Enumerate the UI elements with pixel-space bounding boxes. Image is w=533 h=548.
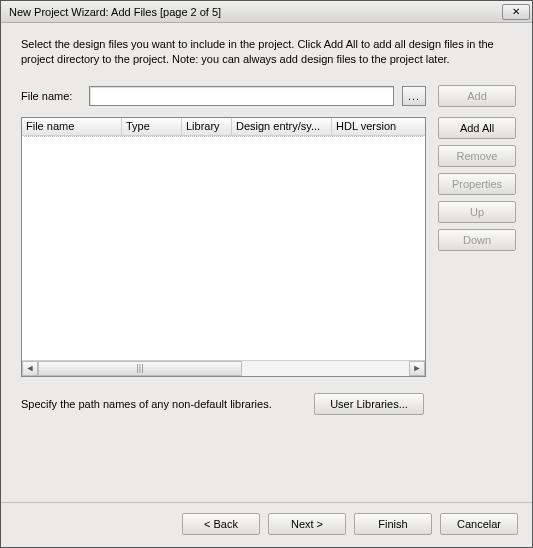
properties-button[interactable]: Properties bbox=[438, 173, 516, 195]
filename-input[interactable] bbox=[89, 86, 394, 106]
content-area: Select the design files you want to incl… bbox=[1, 23, 532, 502]
table-header: File name Type Library Design entry/sy..… bbox=[22, 118, 425, 136]
titlebar: New Project Wizard: Add Files [page 2 of… bbox=[1, 1, 532, 23]
cancel-button[interactable]: Cancelar bbox=[440, 513, 518, 535]
add-button[interactable]: Add bbox=[438, 85, 516, 107]
user-libraries-button[interactable]: User Libraries... bbox=[314, 393, 424, 415]
footer: < Back Next > Finish Cancelar bbox=[1, 502, 532, 547]
back-button[interactable]: < Back bbox=[182, 513, 260, 535]
col-design-entry[interactable]: Design entry/sy... bbox=[232, 118, 332, 135]
close-icon: ✕ bbox=[512, 7, 520, 17]
browse-button[interactable]: ... bbox=[402, 86, 426, 106]
file-table-wrap: File name Type Library Design entry/sy..… bbox=[21, 117, 426, 377]
filename-row: File name: ... Add bbox=[21, 85, 516, 107]
scroll-left-icon[interactable]: ◄ bbox=[22, 361, 38, 376]
scroll-right-icon[interactable]: ► bbox=[409, 361, 425, 376]
dialog-window: New Project Wizard: Add Files [page 2 of… bbox=[0, 0, 533, 548]
window-title: New Project Wizard: Add Files [page 2 of… bbox=[9, 6, 502, 18]
close-button[interactable]: ✕ bbox=[502, 4, 530, 20]
finish-button[interactable]: Finish bbox=[354, 513, 432, 535]
libraries-text: Specify the path names of any non-defaul… bbox=[21, 398, 272, 410]
down-button[interactable]: Down bbox=[438, 229, 516, 251]
libraries-row: Specify the path names of any non-defaul… bbox=[21, 393, 516, 415]
table-body[interactable] bbox=[22, 136, 425, 360]
scroll-track[interactable]: ||| bbox=[38, 361, 409, 376]
file-table: File name Type Library Design entry/sy..… bbox=[21, 117, 426, 377]
col-library[interactable]: Library bbox=[182, 118, 232, 135]
next-button[interactable]: Next > bbox=[268, 513, 346, 535]
col-hdl-version[interactable]: HDL version bbox=[332, 118, 425, 135]
filename-label: File name: bbox=[21, 90, 81, 102]
col-type[interactable]: Type bbox=[122, 118, 182, 135]
horizontal-scrollbar[interactable]: ◄ ||| ► bbox=[22, 360, 425, 376]
main-row: File name Type Library Design entry/sy..… bbox=[21, 117, 516, 377]
browse-label: ... bbox=[408, 90, 420, 102]
add-all-button[interactable]: Add All bbox=[438, 117, 516, 139]
scroll-thumb[interactable]: ||| bbox=[38, 361, 242, 376]
up-button[interactable]: Up bbox=[438, 201, 516, 223]
col-file-name[interactable]: File name bbox=[22, 118, 122, 135]
instructions-text: Select the design files you want to incl… bbox=[21, 37, 516, 67]
side-buttons: Add All Remove Properties Up Down bbox=[438, 117, 516, 377]
remove-button[interactable]: Remove bbox=[438, 145, 516, 167]
